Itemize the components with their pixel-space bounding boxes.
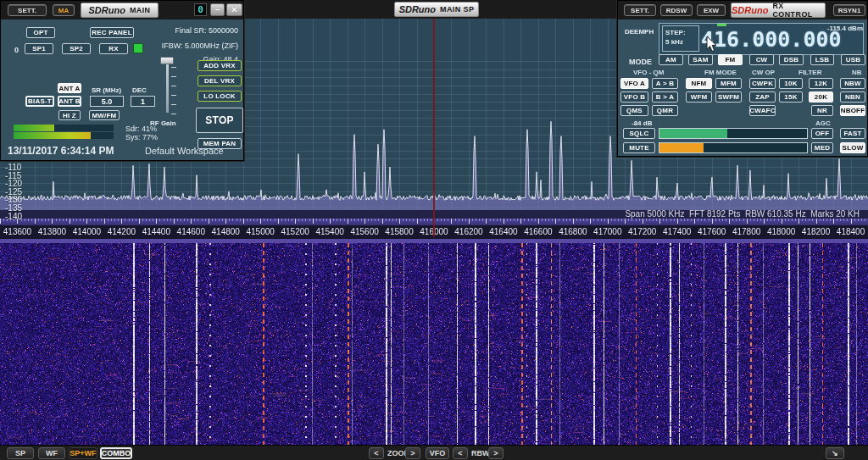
freq-tick-label: 414200 <box>108 227 136 236</box>
rsyn1-button[interactable]: RSYN1 <box>833 4 865 16</box>
nb-header: NB <box>852 69 862 76</box>
close-button[interactable]: ✕ <box>226 3 242 16</box>
minimize-button[interactable]: – <box>210 3 225 16</box>
opt-button[interactable]: OPT <box>26 27 55 38</box>
qmr-button[interactable]: QMR <box>652 105 678 116</box>
exw-button[interactable]: EXW <box>697 4 726 16</box>
rf-gain-slider-track[interactable] <box>166 57 169 113</box>
wf-view-button[interactable]: WF <box>38 447 65 459</box>
b-to-a-button[interactable]: B > A <box>652 91 678 103</box>
freq-tick-label: 417000 <box>593 227 621 236</box>
sp2-button[interactable]: SP2 <box>62 43 91 54</box>
mode-lsb-button[interactable]: LSB <box>810 54 834 65</box>
bias-t-button[interactable]: BIAS-T <box>25 96 54 107</box>
main-panel: SETT. MA SDRuno MAIN 0 – ✕ OPT REC PANEL… <box>0 0 244 161</box>
rf-gain-slider-handle[interactable] <box>160 57 174 64</box>
freq-tick-label: 418200 <box>802 227 830 236</box>
sqlc-button[interactable]: SQLC <box>623 128 655 139</box>
agc-label: AGC <box>815 119 831 127</box>
cwafc-button[interactable]: CWAFC <box>749 105 776 116</box>
rx-title: RX CONTROL <box>772 2 825 19</box>
mouse-cursor-icon <box>706 36 718 53</box>
freq-tick-label: 417600 <box>698 227 726 236</box>
freq-tick-label: 417400 <box>663 227 691 236</box>
freq-tick-label: 417200 <box>628 227 656 236</box>
agc-fast-button[interactable]: FAST <box>840 128 865 139</box>
mfm-button[interactable]: MFM <box>715 78 742 89</box>
rx-sett-button[interactable]: SETT. <box>624 4 656 16</box>
vrx-number-display: 0 <box>194 3 207 16</box>
a-to-b-button[interactable]: A > B <box>652 78 678 89</box>
agc-med-button[interactable]: MED <box>811 142 833 153</box>
hi-z-button[interactable]: HI Z <box>58 110 81 120</box>
mode-am-button[interactable]: AM <box>659 54 683 65</box>
main-sp-title-plate[interactable]: SDRuno MAIN SP <box>394 2 479 17</box>
combo-view-button[interactable]: COMBO <box>100 447 132 459</box>
zoom-in-button[interactable]: > <box>405 447 420 459</box>
wfm-button[interactable]: WFM <box>686 91 712 103</box>
freq-tick-label: 415400 <box>315 227 343 236</box>
bottom-toolbar: SP WF SP+WF COMBO < ZOOM > VFO < RBW > ↘ <box>0 445 868 460</box>
squelch-bar[interactable] <box>659 128 808 139</box>
zoom-out-button[interactable]: < <box>369 447 384 459</box>
swfm-button[interactable]: SWFM <box>715 91 742 103</box>
mode-dsb-button[interactable]: DSB <box>779 54 804 65</box>
mute-button[interactable]: MUTE <box>623 142 655 153</box>
mode-usb-button[interactable]: USB <box>841 54 865 65</box>
mode-sam-button[interactable]: SAM <box>688 54 713 65</box>
ant-b-button[interactable]: ANT B <box>58 96 81 107</box>
mode-fm-button[interactable]: FM <box>718 54 743 65</box>
ant-a-button[interactable]: ANT A <box>58 83 81 93</box>
squelch-bar-fill <box>659 129 727 138</box>
rf-gain-slider-ticks <box>171 67 176 114</box>
cw-op-header: CW OP <box>752 69 775 76</box>
sr-value-field[interactable]: 5.0 <box>90 96 124 107</box>
vfo-a-button[interactable]: VFO A <box>620 78 648 89</box>
ma-button[interactable]: MA <box>53 4 75 16</box>
nboff-button[interactable]: NBOFF <box>840 105 865 116</box>
vfo-center-button[interactable]: VFO <box>426 447 449 459</box>
qms-button[interactable]: QMS <box>620 105 648 116</box>
del-vrx-button[interactable]: DEL VRX <box>198 75 242 86</box>
frequency-readout[interactable]: 416.000.000 <box>701 27 842 52</box>
freq-tick-label: 416200 <box>454 227 482 236</box>
sdruno-logo: SDRuno <box>399 4 436 14</box>
rec-panel-button[interactable]: REC PANEL <box>90 27 134 38</box>
sp-wf-view-button[interactable]: SP+WF <box>69 447 97 459</box>
add-vrx-button[interactable]: ADD VRX <box>198 60 242 71</box>
main-sett-button[interactable]: SETT. <box>8 4 47 16</box>
dbm-readout: -115.4 dBm <box>827 25 863 32</box>
nfm-button[interactable]: NFM <box>686 78 712 89</box>
nbn-button[interactable]: NBN <box>840 91 865 103</box>
resize-button[interactable]: ↘ <box>826 447 844 459</box>
zap-button[interactable]: ZAP <box>749 91 776 103</box>
agc-off-button[interactable]: OFF <box>811 128 833 139</box>
filter-15k-button[interactable]: 15K <box>779 91 803 103</box>
main-title-plate[interactable]: SDRuno MAIN <box>81 3 159 18</box>
dec-value-field[interactable]: 1 <box>131 96 155 107</box>
freq-tick-label: 416600 <box>524 227 552 236</box>
rbw-down-button[interactable]: < <box>453 447 468 459</box>
rx-button[interactable]: RX <box>99 43 128 54</box>
lo-lock-button[interactable]: LO LOCK <box>198 91 242 102</box>
stop-button[interactable]: STOP <box>196 108 243 133</box>
rx-title-plate[interactable]: SDRuno RX CONTROL <box>731 3 826 18</box>
rdsw-button[interactable]: RDSW <box>660 4 693 16</box>
mw-fm-button[interactable]: MW/FM <box>89 110 120 120</box>
sp-view-button[interactable]: SP <box>7 447 34 459</box>
agc-slow-button[interactable]: SLOW <box>840 142 865 153</box>
nr-button[interactable]: NR <box>811 105 833 116</box>
vfo-b-button[interactable]: VFO B <box>620 91 648 103</box>
rbw-up-button[interactable]: > <box>488 447 504 459</box>
filter-20k-button[interactable]: 20K <box>809 91 833 103</box>
filter-10k-button[interactable]: 10K <box>779 78 803 89</box>
nbw-button[interactable]: NBW <box>840 78 865 89</box>
step-box[interactable]: STEP: 5 kHz <box>662 25 699 52</box>
waterfall-display[interactable] <box>0 243 868 445</box>
sp1-button[interactable]: SP1 <box>25 43 53 54</box>
cwpk-button[interactable]: CWPK <box>749 78 776 89</box>
volume-bar[interactable] <box>659 142 808 153</box>
freq-tick-label: 414000 <box>73 227 101 236</box>
filter-12k-button[interactable]: 12K <box>809 78 833 89</box>
mode-cw-button[interactable]: CW <box>749 54 774 65</box>
